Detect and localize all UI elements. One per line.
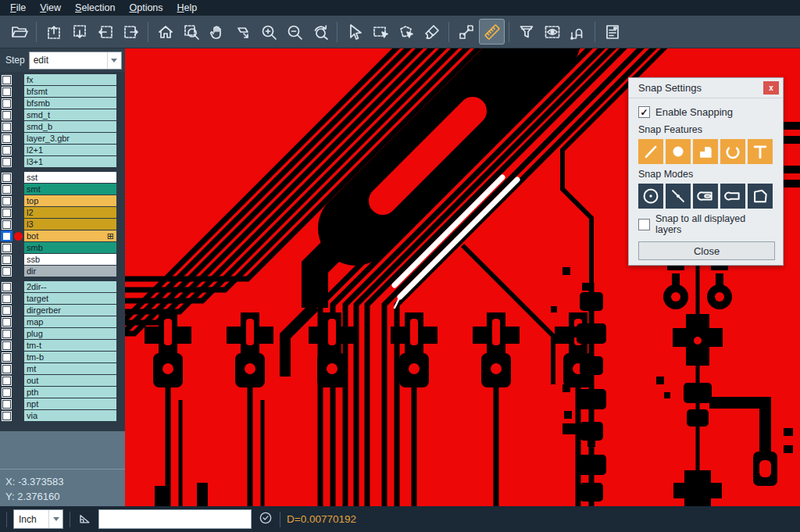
layer-label[interactable]: top: [24, 195, 116, 206]
layer-label[interactable]: l3+1: [24, 156, 116, 167]
layer-label[interactable]: dirgerber: [24, 305, 116, 316]
layer-visibility-checkbox[interactable]: [1, 410, 12, 421]
layer-visibility-checkbox[interactable]: [1, 74, 12, 85]
pan-button[interactable]: [204, 19, 230, 45]
zoom-previous-button[interactable]: [307, 19, 333, 45]
move-view-button[interactable]: [230, 19, 255, 45]
layer-visibility-checkbox[interactable]: [1, 254, 12, 265]
snap-button[interactable]: [565, 19, 591, 45]
pad-left-button[interactable]: [92, 19, 118, 45]
layer-label[interactable]: pth: [24, 387, 116, 398]
layer-visibility-checkbox[interactable]: [1, 316, 12, 327]
layer-visibility-checkbox[interactable]: [1, 109, 12, 120]
layer-label[interactable]: dir: [24, 266, 116, 277]
layer-row[interactable]: via: [0, 410, 125, 421]
pad-up-button[interactable]: [41, 19, 66, 45]
layer-row[interactable]: smt: [0, 184, 125, 195]
report-button[interactable]: [599, 19, 625, 45]
layer-label[interactable]: smb: [24, 242, 116, 253]
layer-row[interactable]: pth: [0, 387, 125, 398]
menu-view[interactable]: View: [33, 0, 68, 16]
layer-row[interactable]: l2: [0, 207, 125, 218]
layer-label[interactable]: map: [24, 316, 116, 327]
select-pointer-button[interactable]: [341, 19, 367, 45]
layer-row[interactable]: fx: [0, 74, 125, 85]
layer-row[interactable]: bfsmt: [0, 86, 125, 97]
measure-distance-button[interactable]: [453, 19, 479, 45]
layer-label[interactable]: tm-t: [24, 340, 116, 351]
layer-label[interactable]: sst: [24, 172, 116, 183]
layer-row[interactable]: l3: [0, 219, 125, 230]
layer-visibility-checkbox[interactable]: [1, 98, 12, 109]
menu-options[interactable]: Options: [122, 0, 170, 16]
apply-check-icon[interactable]: [258, 510, 273, 529]
layer-row[interactable]: sst: [0, 172, 125, 183]
layer-row[interactable]: l3+1: [0, 156, 125, 167]
layer-label[interactable]: plug: [24, 328, 116, 339]
layer-label[interactable]: bot⊞: [24, 230, 116, 241]
layer-label[interactable]: bfsmt: [24, 86, 116, 97]
layer-label[interactable]: mt: [24, 363, 116, 374]
layer-visibility-checkbox[interactable]: [1, 145, 12, 155]
open-button[interactable]: [6, 19, 32, 45]
layer-row[interactable]: dirgerber: [0, 305, 125, 316]
dialog-close-button[interactable]: x: [763, 81, 779, 95]
layer-label[interactable]: fx: [24, 74, 116, 85]
layer-visibility-checkbox[interactable]: [1, 375, 12, 386]
view-region-button[interactable]: [539, 19, 565, 45]
layer-visibility-checkbox[interactable]: [1, 86, 12, 97]
home-view-button[interactable]: [152, 19, 178, 45]
layer-row[interactable]: dir: [0, 266, 125, 277]
measure-ruler-button[interactable]: [479, 19, 505, 45]
layer-label[interactable]: npt: [24, 398, 116, 409]
pad-down-button[interactable]: [66, 19, 92, 45]
layer-label[interactable]: via: [24, 410, 116, 421]
angle-corner-icon[interactable]: [77, 510, 92, 529]
zoom-in-button[interactable]: [255, 19, 281, 45]
layer-row[interactable]: smb: [0, 242, 125, 253]
layer-row[interactable]: smd_t: [0, 109, 125, 120]
layer-row[interactable]: out: [0, 375, 125, 386]
snap-mode-midpoint-button[interactable]: [666, 184, 691, 209]
layer-visibility-checkbox[interactable]: [1, 266, 12, 277]
menu-help[interactable]: Help: [170, 0, 205, 16]
zoom-out-button[interactable]: [281, 19, 307, 45]
enable-snapping-row[interactable]: ✓ Enable Snapping: [638, 106, 773, 118]
snap-feature-surface-button[interactable]: [693, 139, 718, 164]
layer-visibility-checkbox[interactable]: [1, 293, 12, 304]
snap-feature-text-button[interactable]: [748, 139, 773, 164]
snap-feature-line-button[interactable]: [638, 139, 663, 164]
select-rectangle-button[interactable]: [367, 19, 393, 45]
clean-button[interactable]: [419, 19, 445, 45]
layer-row[interactable]: npt: [0, 398, 125, 409]
layer-visibility-checkbox[interactable]: [1, 207, 12, 218]
layer-visibility-checkbox[interactable]: [1, 387, 12, 398]
layer-label[interactable]: smd_b: [24, 121, 116, 132]
snap-mode-contour-button[interactable]: [748, 184, 773, 209]
pad-right-button[interactable]: [118, 19, 144, 45]
layer-label[interactable]: smt: [24, 184, 116, 195]
layer-visibility-checkbox[interactable]: [1, 121, 12, 132]
layer-row[interactable]: tm-t: [0, 340, 125, 351]
measure-input[interactable]: [98, 509, 252, 529]
layer-row[interactable]: bot⊞: [0, 230, 125, 241]
layer-row[interactable]: tm-b: [0, 352, 125, 362]
layer-visibility-checkbox[interactable]: [1, 281, 12, 292]
layer-label[interactable]: l2: [24, 207, 116, 218]
layer-row[interactable]: target: [0, 293, 125, 304]
layer-label[interactable]: l3: [24, 219, 116, 230]
layer-visibility-checkbox[interactable]: [1, 133, 12, 144]
menu-file[interactable]: File: [3, 0, 33, 16]
layer-visibility-checkbox[interactable]: [1, 195, 12, 206]
layer-label[interactable]: l2+1: [24, 145, 116, 155]
layer-label[interactable]: 2dir--: [24, 281, 116, 292]
step-select[interactable]: edit: [29, 52, 122, 70]
filter-button[interactable]: [513, 19, 539, 45]
layer-visibility-checkbox[interactable]: [1, 230, 12, 241]
layer-label[interactable]: layer_3.gbr: [24, 133, 116, 144]
layer-label[interactable]: target: [24, 293, 116, 304]
layer-visibility-checkbox[interactable]: [1, 398, 12, 409]
layer-row[interactable]: layer_3.gbr: [0, 133, 125, 144]
layer-visibility-checkbox[interactable]: [1, 172, 12, 183]
layer-visibility-checkbox[interactable]: [1, 352, 12, 362]
